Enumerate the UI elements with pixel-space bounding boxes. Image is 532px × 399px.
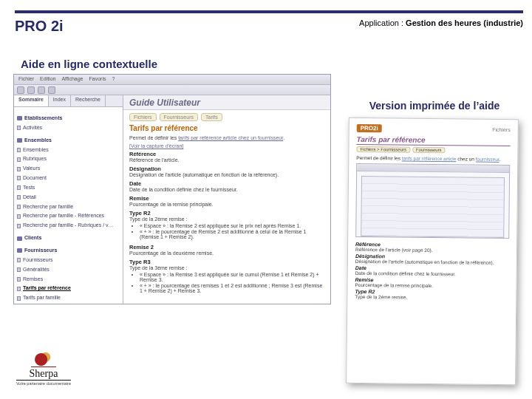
tab-index[interactable]: Index — [49, 95, 71, 106]
print-breadcrumb: Fichiers > Fournisseurs Fournisseurs — [356, 146, 510, 154]
toolbar-back-icon[interactable] — [17, 86, 24, 94]
help-tree-pane: Sommaire Index Recherche Etablissements … — [14, 95, 123, 304]
print-breadcrumb-item: Fichiers > Fournisseurs — [356, 146, 410, 153]
tree-item[interactable]: Détail — [17, 194, 120, 202]
print-page-title: Tarifs par référence — [357, 135, 511, 146]
print-intro: Permet de définir les tarifs par référen… — [356, 155, 510, 162]
help-page-title: Tarifs par référence — [123, 123, 330, 134]
tree-item[interactable]: Recherche par famille — [17, 203, 120, 211]
footer-logo-block: Sherpa Votre partenaire documentaire — [16, 351, 71, 386]
tree-item[interactable]: Activités — [17, 124, 120, 132]
tab-recherche[interactable]: Recherche — [71, 95, 106, 106]
print-breadcrumb-item: Fournisseurs — [412, 147, 446, 153]
book-icon — [17, 138, 22, 143]
guide-banner: Guide Utilisateur — [123, 95, 330, 110]
header: PRO 2i Application : Gestion des heures … — [15, 18, 523, 35]
section-title: Aide en ligne contextuelle — [21, 58, 157, 70]
menu-item[interactable]: Edition — [40, 76, 55, 83]
tree-item[interactable]: Généralités — [17, 266, 120, 274]
print-page: PRO2i Fichiers Tarifs par référence Fich… — [346, 117, 519, 385]
tree-section[interactable]: Ensembles — [17, 137, 120, 145]
print-screenshot-grid — [361, 176, 505, 238]
brand: PRO 2i — [15, 18, 64, 35]
bullet: « Espace » : la Remise 3 est appliquée s… — [140, 272, 324, 282]
print-logo: PRO2i — [357, 124, 382, 132]
tree-item[interactable]: Valeurs — [17, 165, 120, 173]
tree-section[interactable]: Fournisseurs — [17, 247, 120, 255]
menu-item[interactable]: Affichage — [61, 76, 83, 83]
tree-section[interactable]: Etablissements — [17, 115, 120, 123]
bullet: « + » : le pourcentage des remises 1 et … — [140, 283, 324, 293]
breadcrumb-item[interactable]: Tarifs — [201, 113, 222, 121]
print-header-right: Fichiers — [492, 127, 511, 132]
application-line: Application : Gestion des heures (indust… — [359, 18, 523, 29]
field-name: Référence — [129, 151, 324, 157]
intro-link[interactable]: tarifs par référence article chez un fou… — [178, 135, 283, 140]
tree-item[interactable]: Tarifs par famille — [17, 294, 120, 302]
bullet: « + » : le pourcentage de Remise 2 est a… — [140, 229, 324, 239]
application-label: Application : — [359, 18, 406, 27]
tree-item[interactable]: Fournisseurs — [17, 256, 120, 265]
menu-item[interactable]: Favoris — [89, 76, 106, 83]
bullet: « Espace » : la Remise 2 est appliquée s… — [140, 223, 324, 228]
breadcrumb-item[interactable]: Fichiers — [129, 113, 157, 121]
tree-tabs: Sommaire Index Recherche — [14, 95, 123, 107]
tree-item[interactable]: Tests — [17, 184, 120, 192]
tree-item[interactable]: Remises — [17, 276, 120, 284]
field-desc: Référence de l'article. — [129, 157, 324, 163]
book-icon — [17, 116, 22, 120]
footer-brand: Sherpa — [16, 369, 71, 381]
breadcrumb: Fichiers Fournisseurs Tarifs — [123, 110, 330, 123]
help-menubar: Fichier Edition Affichage Favoris ? — [14, 75, 330, 85]
application-value: Gestion des heures (industrie) — [406, 18, 523, 27]
tree-item[interactable]: Document — [17, 174, 120, 183]
sherpa-logo-icon — [31, 351, 56, 367]
menu-item[interactable]: Fichier — [18, 76, 34, 83]
toolbar-print-icon[interactable] — [48, 86, 55, 94]
tree-item-selected[interactable]: Tarifs par référence — [17, 284, 120, 293]
help-toolbar — [14, 85, 330, 95]
help-window: Fichier Edition Affichage Favoris ? Somm… — [13, 74, 331, 304]
help-content-pane: Guide Utilisateur Fichiers Fournisseurs … — [123, 95, 330, 304]
tree-item[interactable]: Recherche par famille - Rubriques / v… — [17, 222, 120, 230]
tree-section[interactable]: Clients — [17, 234, 120, 242]
tab-sommaire[interactable]: Sommaire — [14, 95, 49, 106]
menu-item[interactable]: ? — [112, 76, 115, 83]
top-rule — [15, 10, 523, 13]
toolbar-forward-icon[interactable] — [27, 86, 35, 94]
toolbar-home-icon[interactable] — [38, 86, 45, 94]
screenshot-link[interactable]: [Voir la capture d'écran] — [123, 143, 330, 149]
book-icon — [17, 236, 22, 241]
print-screenshot-toolbar — [357, 164, 509, 173]
print-screenshot — [355, 163, 510, 239]
breadcrumb-item[interactable]: Fournisseurs — [160, 113, 198, 121]
tree-item[interactable]: Ensembles — [17, 146, 120, 154]
tree-item[interactable]: Rubriques — [17, 155, 120, 163]
footer-tagline: Votre partenaire documentaire — [16, 382, 71, 386]
print-version-title: Version imprimée de l’aide — [353, 100, 516, 112]
book-icon — [17, 248, 22, 253]
doc-icon — [17, 126, 21, 130]
help-intro: Permet de définir les tarifs par référen… — [123, 134, 330, 143]
tree-item[interactable]: Recherche par famille - Références — [17, 212, 120, 220]
